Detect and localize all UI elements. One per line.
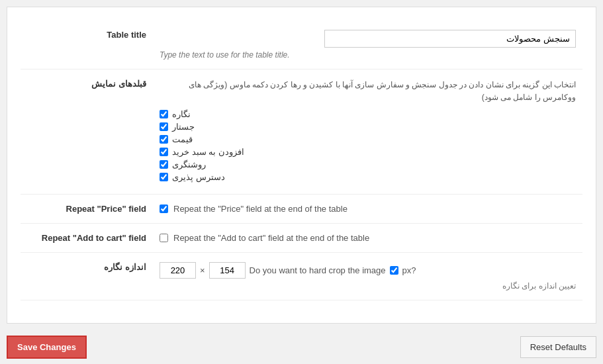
repeat-add-to-cart-description: Repeat the "Add to cart" field at the en… — [173, 233, 369, 243]
image-size-description: تعیین اندازه برای نگاره — [160, 281, 576, 291]
field-price-label: قیمت — [172, 134, 193, 144]
field-availability-label: دسترس پذیری — [172, 172, 225, 182]
table-title-input[interactable] — [324, 30, 576, 48]
field-title-row: جستار — [160, 122, 576, 132]
image-size-label: اندازه نگاره — [21, 253, 153, 300]
repeat-add-to-cart-row: Repeat "Add to cart" field Repeat the "A… — [21, 224, 582, 253]
display-fields-description: انتخاب این گزینه برای نشان دادن در جدول … — [160, 79, 576, 104]
save-changes-button[interactable]: Save Changes — [7, 336, 87, 359]
field-title-checkbox[interactable] — [160, 122, 168, 131]
hard-crop-checkbox[interactable] — [390, 266, 398, 275]
display-fields-label: قبلدهای نمایش — [21, 69, 153, 195]
repeat-price-checkbox[interactable] — [160, 205, 168, 213]
image-size-controls: ?px Do you want to hard crop the image × — [160, 262, 576, 279]
repeat-price-label: Repeat "Price" field — [21, 195, 153, 224]
settings-table: Table title Type the text to use for the… — [21, 21, 582, 300]
page-wrapper: Table title Type the text to use for the… — [0, 0, 603, 364]
image-width-input[interactable] — [209, 262, 246, 279]
table-title-label: Table title — [21, 21, 153, 69]
repeat-price-check-row: Repeat the "Price" field at the end of t… — [160, 204, 576, 214]
table-title-description: Type the text to use for the table title… — [160, 50, 576, 60]
field-review-label: روشنگری — [172, 159, 206, 169]
field-add-to-cart-label: افزودن به سبد خرید — [172, 147, 244, 157]
repeat-add-to-cart-check-row: Repeat the "Add to cart" field at the en… — [160, 233, 576, 243]
repeat-price-description: Repeat the "Price" field at the end of t… — [173, 204, 348, 214]
field-add-to-cart-row: افزودن به سبد خرید — [160, 147, 576, 157]
field-review-row: روشنگری — [160, 159, 576, 169]
table-title-row: Table title Type the text to use for the… — [21, 21, 582, 69]
repeat-price-cell: Repeat the "Price" field at the end of t… — [153, 195, 582, 224]
repeat-price-row: Repeat "Price" field Repeat the "Price" … — [21, 195, 582, 224]
display-fields-checkboxes: نگاره جستار قیمت افزودن به سبد خرید — [160, 109, 576, 182]
field-review-checkbox[interactable] — [160, 160, 168, 169]
field-price-checkbox[interactable] — [160, 135, 168, 144]
content-area: Table title Type the text to use for the… — [7, 7, 596, 324]
display-fields-row: قبلدهای نمایش انتخاب این گزینه برای نشان… — [21, 69, 582, 195]
field-title-label: جستار — [172, 122, 195, 132]
repeat-add-to-cart-label: Repeat "Add to cart" field — [21, 224, 153, 253]
image-size-cell: ?px Do you want to hard crop the image ×… — [153, 253, 582, 300]
field-price-row: قیمت — [160, 134, 576, 144]
field-image-row: نگاره — [160, 109, 576, 119]
field-image-checkbox[interactable] — [160, 110, 168, 118]
reset-defaults-button[interactable]: Reset Defaults — [520, 336, 596, 358]
image-height-input[interactable] — [160, 262, 196, 279]
field-add-to-cart-checkbox[interactable] — [160, 148, 168, 156]
field-availability-checkbox[interactable] — [160, 173, 168, 181]
hard-crop-label: Do you want to hard crop the image — [250, 265, 386, 275]
repeat-add-to-cart-checkbox[interactable] — [160, 234, 168, 242]
px-label: ?px — [402, 265, 416, 275]
footer-bar: Save Changes Reset Defaults — [0, 330, 603, 364]
image-size-row: اندازه نگاره ?px Do you want to hard cro… — [21, 253, 582, 300]
repeat-add-to-cart-cell: Repeat the "Add to cart" field at the en… — [153, 224, 582, 253]
display-fields-cell: انتخاب این گزینه برای نشان دادن در جدول … — [153, 69, 582, 195]
field-image-label: نگاره — [172, 109, 191, 119]
field-availability-row: دسترس پذیری — [160, 172, 576, 182]
x-separator: × — [200, 265, 205, 275]
table-title-cell: Type the text to use for the table title… — [153, 21, 582, 69]
